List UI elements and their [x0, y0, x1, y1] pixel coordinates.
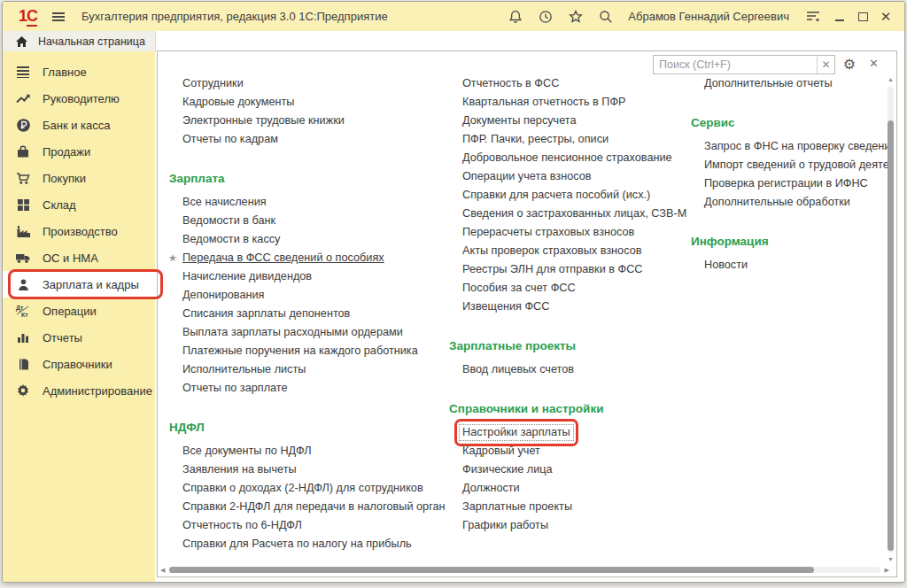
- menu-item-row: Операции учета взносов: [448, 167, 684, 186]
- sidebar-item-operacii[interactable]: ДтКтОперации: [3, 298, 155, 324]
- menu-item-row: Проверка регистрации в ИФНС: [690, 174, 892, 193]
- menu-item-row: Депонирования: [168, 286, 445, 305]
- close-window-button[interactable]: ✕: [874, 6, 897, 27]
- menu-link[interactable]: Ведомости в банк: [182, 214, 275, 227]
- menu-item-row: Физические лица: [448, 460, 684, 479]
- sidebar-item-proizvodstvo[interactable]: Производство: [3, 218, 155, 244]
- main-menu-icon[interactable]: [51, 12, 66, 22]
- menu-link[interactable]: Справки для расчета пособий (исх.): [462, 189, 650, 201]
- menu-link[interactable]: Проверка регистрации в ИФНС: [704, 177, 868, 190]
- menu-link[interactable]: Отчетность по 6-НДФЛ: [182, 519, 302, 531]
- menu-item-row: Квартальная отчетность в ПФР: [448, 93, 684, 112]
- cart-icon: [14, 172, 32, 185]
- sidebar-item-sklad[interactable]: Склад: [3, 191, 155, 218]
- menu-link[interactable]: Квартальная отчетность в ПФР: [462, 96, 626, 108]
- menu-link[interactable]: Дополнительные обработки: [704, 196, 850, 208]
- tab-home-page[interactable]: Начальная страница: [3, 31, 156, 52]
- vertical-scroll-thumb[interactable]: [888, 120, 894, 551]
- menu-link[interactable]: Запрос в ФНС на проверку сведений раб: [704, 140, 892, 152]
- global-search-icon[interactable]: [591, 5, 621, 28]
- sidebar-item-rukovoditelyu[interactable]: Руководителю: [3, 85, 155, 112]
- scroll-down-arrow[interactable]: ▼: [887, 556, 895, 563]
- sidebar-item-bank-i-kassa[interactable]: Банк и касса: [3, 112, 155, 138]
- menu-link[interactable]: Справки для Расчета по налогу на прибыль: [182, 538, 412, 550]
- menu-link[interactable]: Акты проверок страховых взносов: [462, 244, 641, 257]
- minimize-button[interactable]: [828, 6, 851, 27]
- menu-link[interactable]: Пособия за счет ФСС: [462, 282, 576, 294]
- sidebar-item-otchety[interactable]: Отчеты: [3, 324, 155, 351]
- menu-link[interactable]: Дополнительные отчеты: [704, 77, 833, 89]
- sidebar-item-glavnoe[interactable]: Главное: [3, 58, 155, 85]
- menu-item-row: Дополнительные отчеты: [690, 74, 892, 93]
- menu-link[interactable]: Списания зарплаты депонентов: [182, 307, 350, 320]
- service-menu-icon[interactable]: [798, 5, 828, 28]
- menu-item-row: Списания зарплаты депонентов: [168, 305, 445, 323]
- menu-item-row: Справки 2-НДФЛ для передачи в налоговый …: [168, 498, 445, 516]
- favorites-star-icon[interactable]: [561, 5, 591, 28]
- maximize-button[interactable]: [851, 6, 874, 27]
- vertical-scrollbar: ▲ ▼: [887, 76, 895, 563]
- notifications-bell-icon[interactable]: [500, 5, 531, 28]
- menu-item-row: Справки для Расчета по налогу на прибыль: [168, 535, 445, 553]
- menu-item-row: Акты проверок страховых взносов: [448, 242, 684, 260]
- menu-item-row: Зарплатные проекты: [448, 498, 684, 516]
- sidebar-item-label: Справочники: [43, 358, 112, 371]
- sidebar-item-prodazhi[interactable]: Продажи: [3, 138, 155, 165]
- menu-link[interactable]: Заявления на вычеты: [182, 463, 297, 476]
- menu-link[interactable]: Ввод лицевых счетов: [462, 363, 574, 375]
- menu-link[interactable]: Должности: [462, 482, 520, 494]
- menu-link[interactable]: Все документы по НДФЛ: [182, 445, 311, 457]
- scroll-left-arrow[interactable]: ◀: [160, 566, 165, 574]
- sidebar-item-spravochniki[interactable]: Справочники: [3, 351, 155, 377]
- menu-link[interactable]: Справки 2-НДФЛ для передачи в налоговый …: [182, 500, 446, 513]
- menu-item-row: Отчетность по 6-НДФЛ: [168, 516, 445, 535]
- sidebar-item-os-i-nma[interactable]: ОС и НМА: [3, 244, 155, 271]
- sidebar-item-pokupki[interactable]: Покупки: [3, 165, 155, 191]
- menu-link[interactable]: Импорт сведений о трудовой деятельност: [704, 159, 892, 171]
- menu-link[interactable]: Справки о доходах (2-НДФЛ) для сотрудник…: [182, 482, 423, 494]
- menu-link-nastroyki-zarplaty[interactable]: Настройки зарплаты: [459, 424, 574, 441]
- menu-link[interactable]: Добровольное пенсионное страхование: [462, 151, 672, 164]
- app-window: 1С Бухгалтерия предприятия, редакция 3.0…: [2, 1, 905, 583]
- menu-link[interactable]: Физические лица: [462, 463, 553, 476]
- menu-item-row: Исполнительные листы: [168, 360, 445, 379]
- menu-link[interactable]: Начисление дивидендов: [182, 270, 312, 282]
- menu-link[interactable]: Новости: [704, 259, 748, 271]
- menu-link[interactable]: Документы персучета: [462, 114, 577, 127]
- menu-link[interactable]: ПФР. Пачки, реестры, описи: [462, 133, 609, 145]
- menu-link[interactable]: Отчеты по зарплате: [182, 382, 288, 394]
- menu-link[interactable]: Выплата зарплаты расходными ордерами: [182, 326, 403, 338]
- menu-link[interactable]: Операции учета взносов: [462, 170, 591, 182]
- menu-link[interactable]: Все начисления: [182, 196, 267, 208]
- menu-item-row: Документы персучета: [448, 112, 684, 130]
- menu-link[interactable]: Сотрудники: [182, 77, 244, 89]
- menu-link[interactable]: Перерасчеты страховых взносов: [462, 226, 634, 238]
- menu-link[interactable]: Извещения ФСС: [462, 300, 549, 313]
- tab-strip: [155, 31, 904, 50]
- sidebar-item-zarplata-i-kadry[interactable]: Зарплата и кадры: [3, 271, 155, 298]
- scroll-right-arrow[interactable]: ▶: [885, 566, 889, 574]
- menu-link[interactable]: Кадровый учет: [462, 445, 540, 457]
- menu-link[interactable]: Отчетность в ФСС: [462, 77, 559, 89]
- menu-item-row: ★Передача в ФСС сведений о пособиях: [168, 249, 445, 267]
- menu-link[interactable]: Реестры ЭЛН для отправки в ФСС: [462, 263, 643, 275]
- section-header: Зарплатные проекты: [449, 339, 684, 352]
- menu-link[interactable]: Передача в ФСС сведений о пособиях: [182, 251, 384, 264]
- menu-link[interactable]: Отчеты по кадрам: [182, 133, 278, 145]
- menu-link[interactable]: Электронные трудовые книжки: [182, 114, 345, 127]
- menu-link[interactable]: Зарплатные проекты: [462, 500, 572, 513]
- history-icon[interactable]: [531, 5, 561, 28]
- menu-link[interactable]: Графики работы: [462, 519, 548, 531]
- person-icon: [14, 278, 32, 291]
- scroll-up-arrow[interactable]: ▲: [887, 76, 895, 83]
- section-header: Справочники и настройки: [449, 402, 684, 415]
- horizontal-scroll-thumb[interactable]: [169, 567, 814, 573]
- menu-link[interactable]: Депонирования: [182, 289, 264, 301]
- sidebar-item-administrirovanie[interactable]: Администрирование: [3, 377, 155, 404]
- menu-link[interactable]: Платежные поручения на каждого работника: [182, 344, 418, 357]
- menu-link[interactable]: Ведомости в кассу: [182, 233, 280, 245]
- current-user-name[interactable]: Абрамов Геннадий Сергеевич: [628, 10, 789, 23]
- menu-link[interactable]: Исполнительные листы: [182, 363, 306, 375]
- menu-link[interactable]: Сведения о застрахованных лицах, СЗВ-М: [462, 207, 686, 220]
- menu-link[interactable]: Кадровые документы: [182, 96, 294, 108]
